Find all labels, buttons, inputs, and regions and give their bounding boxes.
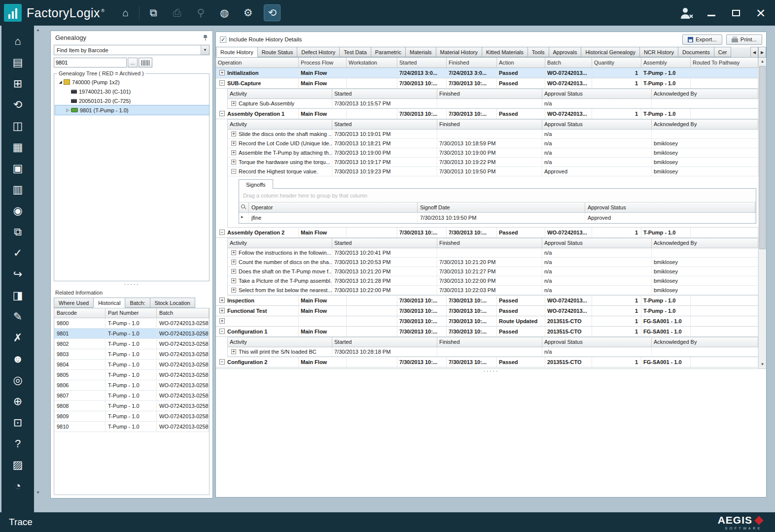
- tree-item[interactable]: 19740021-30 (C-101): [55, 87, 209, 96]
- table-row[interactable]: 9809T-Pump - 1.0WO-07242013-0258: [54, 411, 209, 422]
- operation-row[interactable]: −Assembly Operation 2Main Flow7/30/2013 …: [216, 228, 758, 238]
- tab-scroll-right-icon[interactable]: ▶: [758, 47, 766, 58]
- warehouse-icon[interactable]: ▣: [1, 158, 34, 179]
- table-row[interactable]: 9801T-Pump - 1.0WO-07242013-0258: [54, 329, 209, 339]
- signoffs-row[interactable]: ▸jfine7/30/2013 10:19:50 PMApproved: [239, 213, 756, 223]
- tab-parametric[interactable]: Parametric: [371, 47, 406, 57]
- monitor-icon[interactable]: ◫: [1, 115, 34, 136]
- row-expander[interactable]: ▸: [239, 213, 249, 223]
- materials-icon[interactable]: ▤: [1, 52, 34, 73]
- expand-toggle[interactable]: +: [219, 318, 225, 324]
- minimize-button[interactable]: [704, 6, 719, 19]
- home-icon[interactable]: ⌂: [1, 31, 34, 52]
- column-header-started[interactable]: Started: [397, 58, 447, 67]
- splitter-handle[interactable]: ·····: [216, 369, 766, 375]
- activity-row[interactable]: +This will print the S/N loaded BC7/30/2…: [228, 347, 758, 357]
- barcode-input[interactable]: [54, 58, 127, 67]
- detail-column-header[interactable]: Approval Status: [542, 120, 652, 129]
- tree-item[interactable]: 20050101-20 (C-725): [55, 96, 209, 105]
- expand-toggle[interactable]: −: [231, 169, 236, 174]
- table-row[interactable]: 9800T-Pump - 1.0WO-07242013-0258: [54, 318, 209, 329]
- user-signout-icon[interactable]: [679, 6, 694, 19]
- activity-row[interactable]: −Record the Highest torque value.7/30/20…: [228, 167, 758, 176]
- detail-column-header[interactable]: Finished: [437, 238, 542, 248]
- package-add-icon[interactable]: ⊕: [1, 391, 34, 412]
- home-icon[interactable]: ⌂: [113, 7, 137, 19]
- column-header-part-number[interactable]: Part Number: [106, 308, 157, 318]
- detail-column-header[interactable]: Approval Status: [542, 337, 652, 347]
- scroll-up-icon[interactable]: ▲: [759, 58, 766, 66]
- activity-row[interactable]: +Does the shaft on the T-Pump move f...7…: [228, 267, 758, 276]
- expand-toggle[interactable]: +: [231, 349, 236, 354]
- search-column[interactable]: [239, 202, 249, 212]
- detail-column-header[interactable]: Approval Status: [542, 238, 652, 248]
- operation-row[interactable]: −Configuration 1Main Flow7/30/2013 10:..…: [216, 327, 758, 337]
- operation-row[interactable]: −SUB-CaptureMain Flow7/30/2013 10:...7/3…: [216, 78, 758, 89]
- detail-column-header[interactable]: Activity: [228, 238, 332, 248]
- column-header-routed-to-pathway[interactable]: Routed To Pathway: [691, 58, 758, 67]
- signoffs-column-header[interactable]: Approval Status: [585, 202, 755, 212]
- expand-toggle[interactable]: −: [219, 329, 225, 334]
- detail-column-header[interactable]: Acknowledged By: [652, 238, 758, 248]
- column-header-workstation[interactable]: Workstation: [347, 58, 397, 67]
- settings-gear-icon[interactable]: ⚙: [236, 7, 260, 19]
- active-module-tile[interactable]: ⟲: [264, 4, 281, 21]
- detail-column-header[interactable]: Acknowledged By: [652, 89, 758, 99]
- activity-row[interactable]: +Assemble the T-Pump by attaching th...7…: [228, 148, 758, 158]
- process-flow-icon[interactable]: ⊞: [1, 73, 34, 94]
- operation-row[interactable]: −Configuration 2Main Flow7/30/2013 10:..…: [216, 357, 758, 367]
- related-tab-where-used[interactable]: Where Used: [54, 298, 94, 308]
- data-query-icon[interactable]: ▦: [1, 136, 34, 158]
- activity-row[interactable]: +Follow the instructions in the followin…: [228, 248, 758, 258]
- operator-time-icon[interactable]: ☻: [1, 348, 34, 369]
- table-row[interactable]: 9808T-Pump - 1.0WO-07242013-0258: [54, 401, 209, 411]
- related-tab-historical[interactable]: Historical: [93, 298, 125, 308]
- signoffs-column-header[interactable]: Operator: [249, 202, 418, 212]
- expand-toggle[interactable]: +: [231, 150, 236, 155]
- column-header-action[interactable]: Action: [497, 58, 545, 67]
- detail-column-header[interactable]: Acknowledged By: [652, 337, 758, 347]
- signoffs-tab[interactable]: Signoffs: [239, 179, 273, 189]
- expand-toggle[interactable]: +: [231, 132, 236, 136]
- browse-button[interactable]: ...: [128, 58, 138, 67]
- signoffs-column-header[interactable]: Signoff Date: [418, 202, 585, 212]
- tab-ncr-history[interactable]: NCR History: [639, 47, 678, 57]
- tab-scroll-left-icon[interactable]: ◀: [750, 47, 758, 58]
- operation-row[interactable]: +InspectionMain Flow7/30/2013 10:...7/30…: [216, 296, 758, 306]
- pin-icon[interactable]: [203, 34, 208, 41]
- tab-test-data[interactable]: Test Data: [339, 47, 371, 57]
- column-header-operation[interactable]: Operation: [216, 58, 299, 67]
- splitter-handle[interactable]: ·····: [51, 282, 212, 288]
- measure-cancel-icon[interactable]: ✗: [1, 327, 34, 348]
- tree-item[interactable]: ▷9801 (T-Pump - 1.0): [55, 105, 209, 115]
- trace-icon[interactable]: ⟲: [1, 94, 34, 115]
- detail-column-header[interactable]: Acknowledged By: [652, 120, 758, 129]
- detail-column-header[interactable]: Activity: [228, 337, 332, 347]
- detail-column-header[interactable]: Finished: [437, 120, 542, 129]
- tab-documents[interactable]: Documents: [678, 47, 714, 57]
- tab-cer[interactable]: Cer: [714, 47, 732, 57]
- expand-toggle[interactable]: +: [219, 70, 225, 75]
- clipboard-icon[interactable]: ▨: [1, 454, 34, 475]
- operator-search-icon[interactable]: ◎: [1, 369, 34, 391]
- table-row[interactable]: 9810T-Pump - 1.0WO-07242013-0258: [54, 422, 209, 432]
- package-doc-icon[interactable]: ⊡: [1, 412, 34, 433]
- search-mode-select[interactable]: Find Item by Barcode ▼: [54, 45, 210, 55]
- expand-toggle[interactable]: −: [219, 230, 225, 235]
- tasks-check-icon[interactable]: ✓: [1, 242, 34, 264]
- table-row[interactable]: 9803T-Pump - 1.0WO-07242013-0258: [54, 349, 209, 360]
- column-header-batch[interactable]: Batch: [157, 308, 209, 318]
- expand-toggle[interactable]: +: [219, 308, 225, 313]
- expand-toggle[interactable]: +: [231, 101, 236, 106]
- scrollbar-thumb[interactable]: [759, 66, 766, 249]
- inspection-icon[interactable]: ◉: [1, 200, 34, 221]
- globe-icon[interactable]: ◍: [212, 7, 236, 19]
- tab-material-history[interactable]: Material History: [436, 47, 482, 57]
- tab-route-status[interactable]: Route Status: [257, 47, 298, 57]
- detail-column-header[interactable]: Finished: [437, 337, 542, 347]
- tab-tools[interactable]: Tools: [528, 47, 549, 57]
- operation-row[interactable]: +7/30/2013 10:...7/30/2013 10:...Route U…: [216, 316, 758, 327]
- expand-toggle[interactable]: +: [231, 160, 236, 165]
- analytics-icon[interactable]: ◔: [1, 475, 34, 497]
- export-icon[interactable]: ↪: [1, 264, 34, 285]
